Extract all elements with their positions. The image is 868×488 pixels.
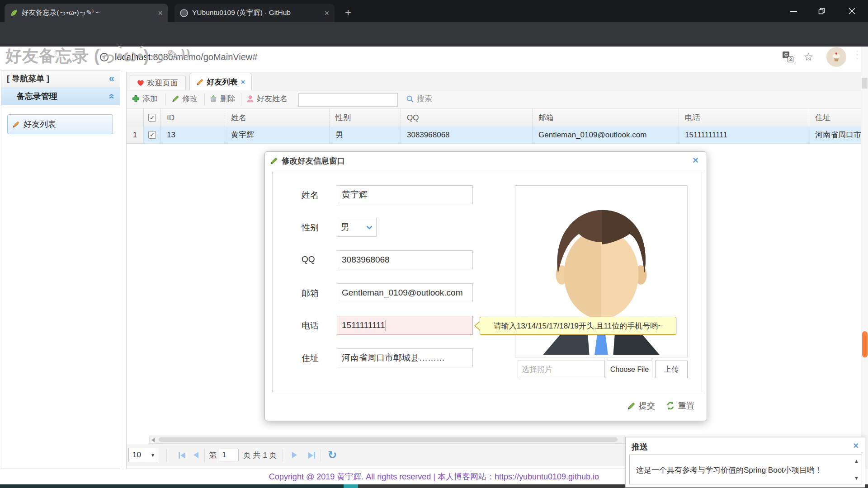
submit-button[interactable]: 提交 (627, 400, 655, 411)
choose-file-button[interactable]: Choose File (607, 361, 652, 378)
row-cell-phone[interactable]: 15111111111 (679, 127, 809, 144)
page-title: 好友备忘录 (っ•̀ω•́)っ✎⁾⁾ (5, 45, 191, 67)
bookmark-star-icon[interactable]: ☆ (803, 52, 813, 62)
row-cell-id[interactable]: 13 (161, 127, 225, 144)
prev-page-button[interactable] (193, 452, 198, 458)
v-scrollbar-orange-thumb[interactable] (862, 331, 868, 357)
pager-separator (283, 449, 283, 462)
grid-toolbar (127, 90, 861, 109)
search-button[interactable]: 搜索 (406, 94, 432, 104)
first-page-icon (180, 452, 185, 459)
new-tab-button[interactable]: + (340, 5, 356, 21)
text-caret (386, 320, 387, 331)
tab-label: 欢迎页面 (147, 78, 178, 88)
last-page-button[interactable] (308, 452, 315, 459)
modal-header: 修改好友信息窗口 (270, 155, 345, 166)
email-field[interactable] (337, 283, 473, 302)
restore-icon (818, 8, 825, 14)
row-cell-name[interactable]: 黄宇辉 (225, 127, 330, 144)
upload-button[interactable]: 上传 (655, 361, 688, 378)
tab-close-icon[interactable]: × (324, 9, 329, 17)
name-label: 姓名 (302, 189, 333, 201)
scroll-up-icon[interactable]: ▲ (854, 458, 859, 464)
phone-value: 1511111111 (342, 320, 385, 330)
page-v-scrollbar[interactable] (861, 47, 868, 485)
push-panel: 推送 × 这是一个具有参考与学习价值的Spring Boot小项目哟！ ▲ ▼ (625, 437, 865, 488)
row-cell-email[interactable]: Gentleman_0109@outlook.com (533, 127, 679, 144)
name-field[interactable] (337, 185, 473, 204)
scroll-left-icon[interactable] (151, 438, 155, 442)
bottom-bar-teal-segment (344, 484, 358, 488)
grid-h-scrollbar[interactable] (149, 436, 625, 444)
accordion-header-memo[interactable]: 备忘录管理 « (1, 87, 120, 105)
add-button[interactable]: 添加 (132, 94, 158, 104)
scroll-down-icon[interactable]: ▼ (854, 475, 859, 481)
h-scrollbar-thumb[interactable] (159, 437, 618, 442)
next-page-button[interactable] (292, 452, 297, 458)
header-cell-name[interactable]: 姓名 (225, 109, 330, 127)
restore-button[interactable] (807, 0, 835, 22)
push-message-box: 这是一个具有参考与学习价值的Spring Boot小项目哟！ ▲ ▼ (629, 455, 862, 484)
select-all-checkbox[interactable]: ✓ (148, 114, 156, 122)
header-cell-qq[interactable]: QQ (401, 109, 533, 127)
phone-field[interactable]: 1511111111 (337, 316, 473, 335)
gender-label: 性别 (302, 222, 333, 234)
header-cell-gender[interactable]: 性别 (330, 109, 401, 127)
photo-filename-box[interactable]: 选择照片 (518, 361, 605, 378)
sidebar-item-friend-list[interactable]: 好友列表 (7, 114, 113, 134)
last-page-icon (314, 452, 315, 459)
accordion-collapse-icon[interactable]: « (107, 93, 117, 99)
tooltip-arrow (475, 322, 480, 330)
refresh-button[interactable]: ↻ (328, 445, 337, 465)
browser-toolbar: ← → ↻ ⌂ i localhost:8080/memo/goMainView… (0, 22, 868, 47)
pencil-icon (196, 78, 204, 86)
translate-icon[interactable]: G 文 (783, 52, 793, 62)
row-cell-address[interactable]: 河南省周口市郸城县……… (809, 127, 861, 144)
delete-button[interactable]: 删除 (209, 94, 236, 104)
row-checkbox[interactable]: ✓ (148, 131, 156, 139)
minimize-button[interactable] (779, 0, 807, 22)
browser-tab-memo[interactable]: 好友备忘录(っ•ω•)っ✎⁾ ~ × (5, 4, 168, 22)
header-cell-id[interactable]: ID (161, 109, 225, 127)
edit-button[interactable]: 修改 (172, 94, 198, 104)
close-window-button[interactable] (835, 0, 868, 22)
header-cell-phone[interactable]: 电话 (679, 109, 809, 127)
header-cell-address[interactable]: 住址 (809, 109, 861, 127)
sidebar-collapse-icon[interactable]: « (109, 74, 114, 84)
qq-label: QQ (302, 254, 333, 264)
prev-page-icon (193, 452, 198, 458)
tab-close-icon[interactable]: × (158, 9, 163, 17)
sidebar-header: [ 导航菜单 ] « (1, 70, 120, 87)
v-scrollbar-top-thumb[interactable] (862, 78, 868, 89)
gender-select[interactable]: 男 (337, 218, 377, 237)
push-close-icon[interactable]: × (853, 441, 859, 450)
page-size-select[interactable]: 10 ▼ (128, 448, 159, 462)
bottom-bar-segment (0, 484, 344, 488)
reset-button[interactable]: 重置 (666, 400, 694, 411)
delete-basket-icon (209, 95, 217, 103)
first-page-button[interactable] (179, 452, 185, 459)
tab-welcome[interactable]: 欢迎页面 (129, 75, 186, 90)
screen: 好友备忘录(っ•ω•)っ✎⁾ ~ × YUbuntu0109 (黄宇辉) · G… (0, 0, 868, 488)
friend-name-search-input[interactable] (298, 93, 398, 107)
blog-link[interactable]: https://yubuntu0109.github.io (495, 472, 599, 482)
row-cell-qq[interactable]: 3083968068 (401, 127, 533, 144)
header-cell-email[interactable]: 邮箱 (533, 109, 679, 127)
qq-field[interactable] (337, 250, 473, 269)
page-size-value: 10 (132, 450, 141, 460)
last-page-icon (308, 452, 313, 459)
submit-label: 提交 (639, 400, 655, 411)
row-number-cell: 1 (127, 127, 144, 144)
address-field[interactable] (337, 348, 473, 367)
select-caret-icon: ▼ (151, 453, 155, 458)
profile-avatar[interactable] (826, 47, 846, 67)
row-cell-gender[interactable]: 男 (330, 127, 401, 144)
page-number-input[interactable] (218, 449, 239, 461)
person-icon (246, 95, 254, 103)
modal-close-icon[interactable]: × (693, 155, 698, 165)
tab-friend-list[interactable]: 好友列表 × (189, 73, 252, 91)
tab-close-icon[interactable]: × (241, 78, 245, 86)
url-bar[interactable]: i localhost:8080/memo/goMainView# G 文 ☆ (93, 48, 821, 66)
browser-tab-github[interactable]: YUbuntu0109 (黄宇辉) · GitHub × (175, 4, 335, 22)
header-cell-rownum (127, 109, 144, 127)
